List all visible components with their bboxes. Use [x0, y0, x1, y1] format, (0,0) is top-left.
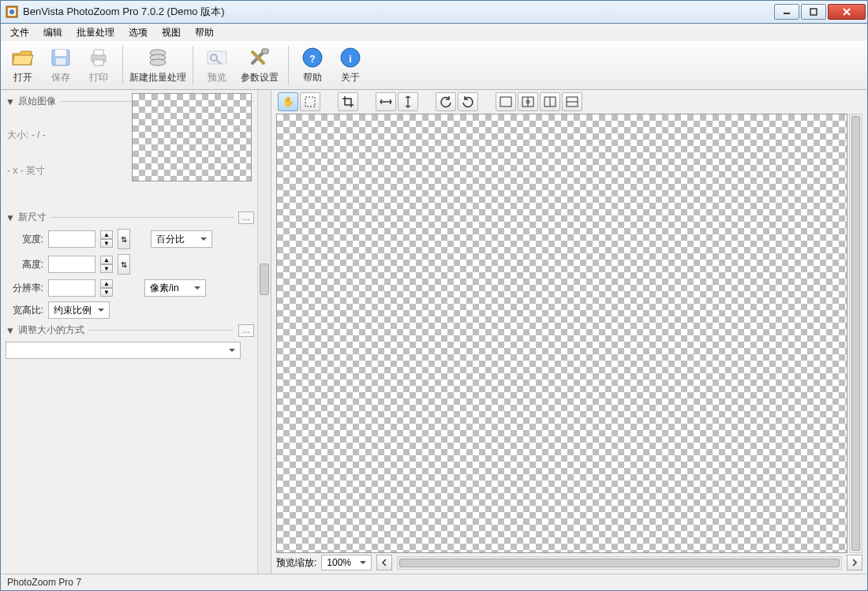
- window-titlebar: BenVista PhotoZoom Pro 7.0.2 (Demo 版本): [0, 0, 868, 24]
- width-label: 宽度:: [6, 233, 43, 246]
- svg-rect-19: [262, 49, 268, 54]
- preview-canvas[interactable]: [276, 114, 847, 553]
- original-thumbnail: [132, 93, 252, 181]
- window-minimize-button[interactable]: [774, 4, 799, 20]
- canvas-panel: ✋: [271, 90, 867, 574]
- zoom-select[interactable]: 100%: [321, 555, 372, 570]
- toolbar-open-button[interactable]: 打开: [4, 43, 42, 88]
- status-text: PhotoZoom Pro 7: [7, 577, 81, 588]
- svg-rect-24: [305, 97, 315, 107]
- collapse-triangle-icon: ▼: [6, 325, 15, 336]
- toolbar-save-button[interactable]: 保存: [42, 43, 80, 88]
- svg-text:?: ?: [309, 54, 315, 65]
- resolution-spinner[interactable]: ▲▼: [100, 279, 113, 297]
- section-resize-method[interactable]: ▼ 调整大小的方式 …: [6, 324, 254, 337]
- tool-flip-h-button[interactable]: [376, 92, 396, 111]
- toolbar-preview-button[interactable]: 预览: [198, 43, 236, 88]
- svg-rect-8: [55, 50, 66, 56]
- menu-batch[interactable]: 批量处理: [70, 24, 121, 41]
- new-size-options-button[interactable]: …: [238, 211, 254, 224]
- tool-select-button[interactable]: [300, 92, 320, 111]
- window-title: BenVista PhotoZoom Pro 7.0.2 (Demo 版本): [23, 5, 774, 19]
- layout-split-v-button[interactable]: [540, 92, 560, 111]
- chevron-left-icon: [380, 559, 388, 567]
- canvas-vertical-scrollbar[interactable]: [849, 114, 862, 553]
- unit-pixels-in-select[interactable]: 像素/in: [144, 279, 206, 297]
- toolbar-about-button[interactable]: i 关于: [331, 43, 369, 88]
- width-link-button[interactable]: ⇅: [118, 229, 130, 249]
- tool-crop-button[interactable]: [338, 92, 358, 111]
- height-spinner[interactable]: ▲▼: [100, 256, 113, 273]
- zoom-out-button[interactable]: [376, 555, 392, 570]
- width-input[interactable]: [48, 230, 95, 248]
- layout-split-h-icon: [566, 96, 578, 107]
- section-resize-method-label: 调整大小的方式: [18, 324, 84, 337]
- section-new-size[interactable]: ▼ 新尺寸 …: [6, 211, 254, 224]
- layout-single-button[interactable]: [496, 92, 516, 111]
- resize-method-select[interactable]: [6, 342, 241, 359]
- svg-rect-25: [500, 97, 511, 107]
- tool-rotate-ccw-button[interactable]: [436, 92, 456, 111]
- chevron-right-icon: [851, 559, 859, 567]
- marquee-icon: [304, 95, 316, 108]
- save-icon: [49, 46, 73, 69]
- canvas-footer: 预览缩放: 100%: [271, 553, 867, 574]
- toolbar-help-button[interactable]: ? 帮助: [294, 43, 331, 88]
- height-link-button[interactable]: ⇅: [118, 254, 130, 275]
- left-panel: ▼ 原始图像 大小: - / - - x - 英寸 ▼ 新尺寸 … 宽度: ▲▼…: [1, 90, 271, 574]
- window-maximize-button[interactable]: [801, 4, 826, 20]
- aspect-label: 宽高比:: [6, 304, 43, 317]
- layout-single-icon: [499, 96, 512, 107]
- flip-v-icon: [403, 95, 413, 108]
- batch-icon: [146, 46, 170, 69]
- menu-file[interactable]: 文件: [4, 24, 36, 41]
- flip-h-icon: [380, 97, 392, 107]
- layout-split-h-button[interactable]: [562, 92, 582, 111]
- toolbar-new-batch-button[interactable]: 新建批量处理: [128, 43, 188, 88]
- canvas-toolbar: ✋: [271, 90, 867, 114]
- zoom-label: 预览缩放:: [276, 556, 316, 570]
- toolbar-settings-button[interactable]: 参数设置: [236, 43, 283, 88]
- info-icon: i: [339, 46, 362, 69]
- menu-view[interactable]: 视图: [155, 24, 187, 41]
- preview-icon: [205, 46, 229, 69]
- collapse-triangle-icon: ▼: [6, 212, 15, 223]
- menu-bar: 文件 编辑 批量处理 选项 视图 帮助: [0, 24, 868, 41]
- toolbar-print-button[interactable]: 打印: [80, 43, 118, 88]
- aspect-ratio-select[interactable]: 约束比例: [48, 301, 110, 319]
- layout-split-v-icon: [544, 96, 556, 107]
- left-panel-scrollbar[interactable]: [257, 90, 271, 574]
- layout-split-center-button[interactable]: [518, 92, 538, 111]
- menu-help[interactable]: 帮助: [189, 24, 220, 41]
- crop-icon: [342, 95, 354, 108]
- menu-edit[interactable]: 编辑: [37, 24, 69, 41]
- tool-flip-v-button[interactable]: [398, 92, 418, 111]
- svg-point-15: [150, 59, 166, 65]
- settings-icon: [248, 46, 271, 69]
- tool-pan-button[interactable]: ✋: [278, 92, 298, 111]
- width-spinner[interactable]: ▲▼: [100, 230, 113, 248]
- main-area: ▼ 原始图像 大小: - / - - x - 英寸 ▼ 新尺寸 … 宽度: ▲▼…: [0, 90, 868, 574]
- height-input[interactable]: [48, 256, 95, 273]
- print-icon: [87, 46, 110, 69]
- height-label: 高度:: [6, 258, 43, 271]
- svg-rect-11: [94, 50, 103, 55]
- unit-percent-select[interactable]: 百分比: [151, 230, 212, 248]
- section-original-label: 原始图像: [18, 95, 56, 108]
- app-icon: [6, 6, 18, 18]
- canvas-horizontal-scrollbar[interactable]: [397, 556, 842, 570]
- tool-rotate-cw-button[interactable]: [458, 92, 478, 111]
- hand-icon: ✋: [282, 96, 294, 107]
- layout-split-center-icon: [522, 96, 534, 107]
- menu-options[interactable]: 选项: [122, 24, 154, 41]
- main-toolbar: 打开 保存 打印 新建批量处理 预览 参数设置 ? 帮助: [0, 41, 868, 90]
- rotate-cw-icon: [462, 95, 474, 108]
- resolution-input[interactable]: [48, 279, 95, 297]
- window-close-button[interactable]: [828, 4, 866, 20]
- svg-rect-4: [810, 9, 817, 15]
- status-bar: PhotoZoom Pro 7: [0, 574, 868, 591]
- section-new-size-label: 新尺寸: [18, 211, 47, 224]
- resize-method-options-button[interactable]: …: [238, 324, 254, 337]
- zoom-in-button[interactable]: [847, 555, 862, 570]
- collapse-triangle-icon: ▼: [6, 96, 15, 107]
